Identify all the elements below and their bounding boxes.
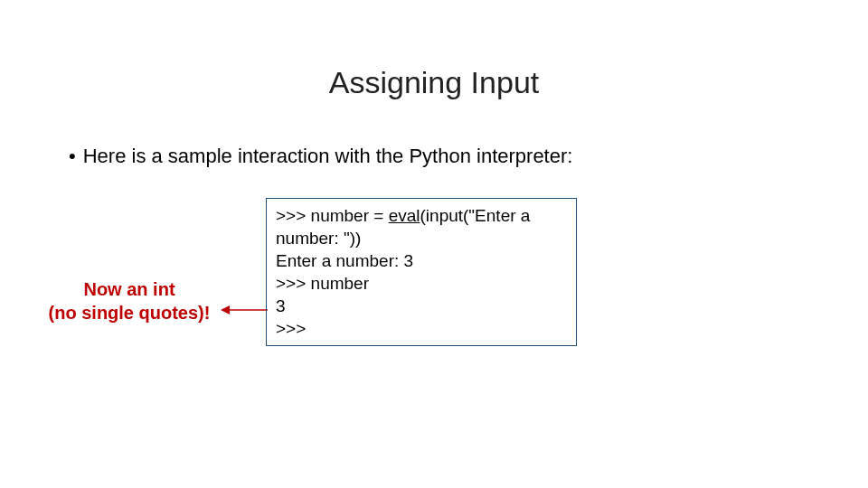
bullet-marker: •	[69, 144, 76, 169]
close-paren: )	[355, 229, 361, 248]
svg-marker-1	[221, 305, 230, 314]
eval-function: eval	[389, 206, 420, 225]
code-line-4: >>> number	[276, 272, 567, 295]
arrow-left-icon	[221, 304, 268, 316]
code-line-1: >>> number = eval(input("Enter a	[276, 204, 567, 227]
code-text: number: ")	[276, 229, 355, 248]
code-text: >>> number =	[276, 206, 389, 225]
code-line-3: Enter a number: 3	[276, 249, 567, 272]
content-area: Now an int (no single quotes)! >>> numbe…	[0, 194, 868, 375]
callout-label: Now an int (no single quotes)!	[34, 277, 224, 324]
code-text: input("Enter a	[426, 206, 535, 225]
code-line-5: 3	[276, 295, 567, 317]
callout-line-1: Now an int	[34, 277, 224, 301]
bullet-item: • Here is a sample interaction with the …	[69, 144, 868, 169]
code-box: >>> number = eval(input("Enter a number:…	[266, 198, 577, 346]
code-line-2: number: "))	[276, 227, 567, 249]
code-line-6: >>>	[276, 317, 567, 340]
slide-title: Assigning Input	[0, 65, 868, 100]
callout-line-2: (no single quotes)!	[34, 301, 224, 324]
bullet-text: Here is a sample interaction with the Py…	[83, 144, 573, 169]
